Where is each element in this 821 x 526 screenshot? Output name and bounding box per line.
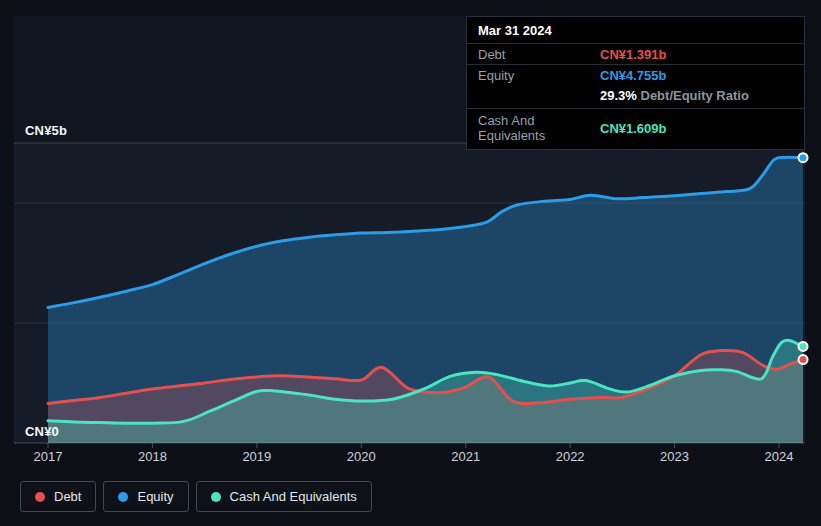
x-axis-label-2021: 2021 — [438, 449, 494, 464]
legend-item-debt[interactable]: Debt — [20, 481, 96, 512]
chart-container: CN¥5b CN¥0 20172018201920202021202220232… — [0, 0, 821, 526]
x-axis-label-2023: 2023 — [647, 449, 703, 464]
x-axis-label-2018: 2018 — [124, 449, 180, 464]
equity-end-dot — [799, 153, 808, 162]
tooltip-cash-label: Cash And Equivalents — [478, 113, 600, 143]
tooltip-equity-label: Equity — [478, 68, 600, 83]
tooltip-cash-value: CN¥1.609b — [600, 121, 793, 136]
x-axis-label-2017: 2017 — [20, 449, 76, 464]
cash-and-equivalents-end-dot — [799, 342, 808, 351]
tooltip-ratio-label: Debt/Equity Ratio — [641, 88, 749, 103]
legend-item-label: Cash And Equivalents — [230, 489, 357, 504]
legend: Debt Equity Cash And Equivalents — [20, 481, 372, 512]
debt-dot-icon — [35, 492, 45, 502]
tooltip-row-debt: Debt CN¥1.391b — [467, 44, 804, 65]
tooltip-debt-value: CN¥1.391b — [600, 47, 793, 62]
tooltip-row-ratio: 29.3% Debt/Equity Ratio — [467, 85, 804, 109]
tooltip-date: Mar 31 2024 — [467, 17, 804, 44]
tooltip-debt-label: Debt — [478, 47, 600, 62]
y-axis-max-label: CN¥5b — [25, 123, 67, 138]
tooltip-row-equity: Equity CN¥4.755b — [467, 65, 804, 85]
tooltip-equity-value: CN¥4.755b — [600, 68, 793, 83]
y-axis-min-label: CN¥0 — [25, 424, 59, 439]
x-axis-label-2020: 2020 — [333, 449, 389, 464]
tooltip-ratio: 29.3% Debt/Equity Ratio — [600, 88, 793, 103]
x-axis-label-2022: 2022 — [542, 449, 598, 464]
legend-item-cash[interactable]: Cash And Equivalents — [196, 481, 372, 512]
x-axis-label-2024: 2024 — [751, 449, 807, 464]
debt-end-dot — [799, 355, 808, 364]
cash-dot-icon — [211, 492, 221, 502]
legend-item-label: Debt — [54, 489, 81, 504]
tooltip-ratio-value: 29.3% — [600, 88, 637, 103]
tooltip: Mar 31 2024 Debt CN¥1.391b Equity CN¥4.7… — [466, 16, 805, 150]
equity-dot-icon — [118, 492, 128, 502]
x-axis-label-2019: 2019 — [229, 449, 285, 464]
legend-item-equity[interactable]: Equity — [103, 481, 188, 512]
legend-item-label: Equity — [137, 489, 173, 504]
tooltip-row-cash: Cash And Equivalents CN¥1.609b — [467, 109, 804, 145]
